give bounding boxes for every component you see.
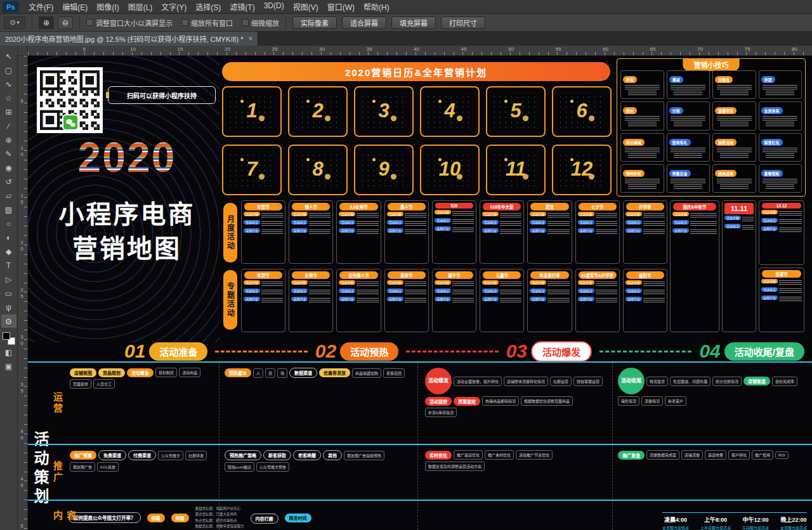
menu-item-1[interactable]: 文件(F) (24, 0, 58, 13)
mindmap-node: 推广素材优化 (485, 450, 514, 460)
eraser-tool-icon: ▱ (6, 191, 11, 200)
card-row-text (261, 298, 283, 304)
dodge-tool[interactable]: ◐ (1, 231, 16, 244)
option-checkbox-1[interactable]: 调整窗口大小以满屏显示 (86, 18, 173, 28)
eraser-tool[interactable]: ▱ (1, 189, 16, 202)
calendar-month-10: 10 (420, 145, 480, 195)
option-button-4[interactable]: 打印尺寸 (441, 16, 485, 29)
tip-text-lines (763, 179, 797, 183)
card-row-text (357, 290, 378, 295)
clone-stamp-tool[interactable]: ◉ (1, 161, 16, 174)
menu-item-2[interactable]: 编辑(E) (58, 0, 92, 13)
screen-mode-button[interactable]: ▣ (1, 359, 16, 373)
time-slot: 晚上22:00全天曝光最高点 (780, 515, 807, 530)
close-icon[interactable]: × (248, 34, 252, 43)
qr-caption: 扫码可以获得小程序扶持 (108, 86, 216, 104)
special-card-1: 年货节活动主题活动玩法适用行业 (241, 269, 285, 332)
checkbox-label: 缩放所有窗口 (191, 18, 233, 28)
poster-title-line1: 小程序电商 (34, 194, 219, 231)
mindmap-node: 目标完成率 (772, 377, 797, 386)
mindmap-node: 推广渠道优化 (454, 450, 483, 460)
option-button-2[interactable]: 适合屏幕 (342, 16, 386, 29)
pen-tool[interactable]: ◆ (1, 245, 16, 258)
gradient-tool[interactable]: ▨ (1, 203, 16, 216)
mindmap-node: 店铺整体流量转化情况 (504, 377, 548, 386)
special-card-6: 儿童节活动主题活动玩法适用行业 (480, 269, 524, 332)
card-row-text (690, 229, 717, 235)
card-row-text (742, 225, 754, 231)
zoom-tool[interactable]: ⊙ (1, 314, 16, 328)
monthly-card-2: 情人节活动主题活动玩法适用行业 (289, 200, 333, 264)
activity-card-title: 夏至 (530, 203, 568, 210)
magic-wand-tool[interactable]: ☆ (1, 91, 16, 105)
active-tool-icon[interactable]: ⊙▾ (4, 16, 25, 29)
document-canvas[interactable]: 扫码可以获得小程序扶持 2020 小程序电商 营销地图 2020营销日历&全年营… (28, 56, 812, 530)
document-tab-bar: 2020小程序电商营销地图.jpg @ 12.5% (扫码可以获得小程序扶持, … (0, 32, 812, 46)
healing-brush-tool[interactable]: ⊕ (1, 133, 16, 146)
foreground-color-swatch[interactable] (3, 332, 10, 340)
card-row-label: 适用行业 (625, 228, 642, 233)
menu-item-5[interactable]: 文字(Y) (157, 0, 191, 13)
zoom-in-mode-button[interactable]: ⊕ (39, 16, 54, 29)
activity-card-title: 年货节 (244, 203, 282, 210)
special-activities-row: 年货节活动主题活动玩法适用行业女神节活动主题活动玩法适用行业白色情人节活动主题活… (241, 269, 667, 332)
mindmap-node: 页面监控 (454, 397, 480, 406)
card-row-活动玩法: 活动玩法 (625, 288, 665, 295)
mindmap-node: 活动收尾 (618, 368, 645, 394)
type-tool[interactable]: T (1, 259, 16, 272)
card-row-label: 活动玩法 (578, 220, 594, 224)
menu-item-7[interactable]: 滤镜(T) (225, 0, 259, 13)
checkbox-icon (86, 19, 93, 26)
mindmap-node: 人员分工 (93, 379, 115, 389)
zoom-out-mode-button[interactable]: ⊖ (58, 16, 73, 29)
activity-card-title: 母亲节 (388, 271, 426, 279)
menu-item-3[interactable]: 图像(I) (92, 0, 123, 13)
calendar-month-number: 1 (223, 100, 280, 122)
move-tool[interactable]: ↖ (1, 49, 16, 63)
menu-item-11[interactable]: 帮助(H) (359, 0, 394, 13)
lane-operations: 运营店铺氛围货品规划活动筹备目标制定活动商品页面装修人员分工预热蓄水人货场数据渠… (28, 363, 812, 445)
calendar-month-number: 9 (355, 158, 412, 181)
crop-tool[interactable]: ⊞ (1, 105, 16, 119)
brush-tool[interactable]: ✎ (1, 147, 16, 160)
menu-item-10[interactable]: 窗口(W) (323, 0, 359, 13)
card-row-活动主题: 活动主题 (291, 280, 331, 287)
document-tab[interactable]: 2020小程序电商营销地图.jpg @ 12.5% (扫码可以获得小程序扶持, … (0, 32, 258, 46)
lasso-tool[interactable]: ∿ (1, 77, 16, 91)
marquee-tool[interactable]: ▢ (1, 63, 16, 77)
option-button-3[interactable]: 填充屏幕 (391, 16, 436, 29)
calendar-month-5: 5 (486, 86, 546, 137)
ruler-number: 25 (272, 46, 278, 52)
calendar-month-4: 4 (420, 86, 480, 137)
eyedropper-tool[interactable]: ∕ (1, 119, 16, 132)
option-button-1[interactable]: 实际像素 (292, 16, 337, 29)
option-checkbox-3[interactable]: 细微缩放 (242, 18, 279, 28)
shape-tool[interactable]: ▭ (1, 287, 16, 300)
blur-tool[interactable]: ○ (1, 217, 16, 230)
option-buttons: 实际像素适合屏幕填充屏幕打印尺寸 (292, 16, 485, 29)
calendar-header: 2020营销日历&全年营销计划 (222, 62, 610, 81)
path-select-tool[interactable]: ▷ (1, 273, 16, 286)
color-swatches[interactable] (3, 332, 15, 345)
mindmap-node: 数据渠道 (289, 368, 317, 378)
menu-item-8[interactable]: 3D(D) (259, 0, 289, 13)
menu-item-9[interactable]: 视图(V) (289, 0, 323, 13)
mindmap-node: 店铺流量 (681, 450, 703, 460)
card-row-活动主题: 活动主题 (387, 212, 426, 219)
card-row-label: 活动玩法 (435, 218, 451, 223)
quick-mask-button[interactable]: ◧ (1, 346, 16, 359)
card-row-text (643, 229, 665, 235)
calendar-month-number: 6 (553, 100, 610, 122)
ruler-number: 45 (19, 476, 25, 489)
menu-item-6[interactable]: 选择(S) (191, 0, 225, 13)
hand-tool[interactable]: ψ (1, 301, 16, 314)
card-row-label: 活动主题 (244, 280, 260, 285)
history-brush-tool[interactable]: ↺ (1, 175, 16, 188)
phase-banner-03: 活动爆发 (531, 341, 592, 362)
menu-item-4[interactable]: 图层(L) (124, 0, 157, 13)
phase-banner-02: 活动预热 (340, 342, 398, 361)
card-row-text (547, 229, 569, 235)
mindmap-cell-推广-phase3: 实时优化推广渠道优化推广素材优化活动推广节奏优化数据反馈及时调整运营活动方案 (422, 448, 608, 497)
option-checkbox-2[interactable]: 缩放所有窗口 (181, 18, 233, 28)
mindmap-node: 新客获取 (263, 450, 291, 460)
